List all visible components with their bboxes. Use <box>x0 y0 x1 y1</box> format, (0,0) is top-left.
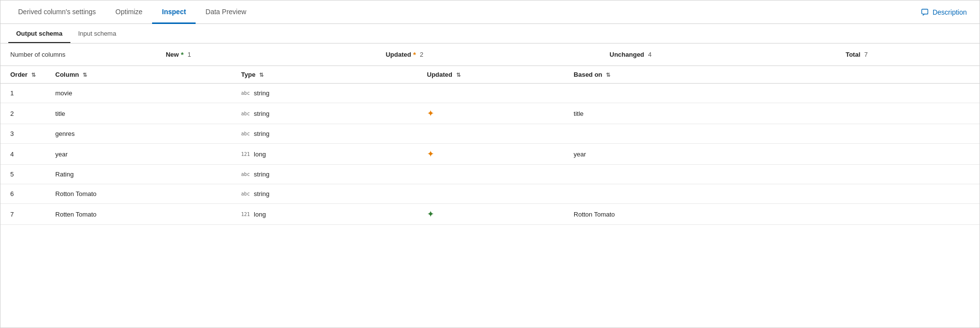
cell-type: 121long <box>231 204 417 225</box>
new-asterisk: * <box>181 50 184 59</box>
cell-basedon <box>564 184 980 204</box>
cell-column: title <box>45 103 231 124</box>
tab-inspect[interactable]: Inspect <box>152 1 196 24</box>
cell-type: abcstring <box>231 184 417 204</box>
cell-basedon <box>564 84 980 103</box>
cell-basedon <box>564 165 980 184</box>
cell-updated <box>417 84 564 103</box>
header-updated[interactable]: Updated ⇅ <box>417 66 564 84</box>
sub-tab-bar: Output schema Input schema <box>0 24 980 44</box>
cell-column: Rating <box>45 165 231 184</box>
schema-table: Order ⇅ Column ⇅ Type ⇅ Updated ⇅ <box>0 66 980 225</box>
type-text: string <box>254 171 269 178</box>
svg-rect-0 <box>922 9 928 14</box>
updated-count: 2 <box>420 51 423 58</box>
table-container: Order ⇅ Column ⇅ Type ⇅ Updated ⇅ <box>0 66 980 328</box>
cell-basedon: Rotton Tomato <box>564 204 980 225</box>
cell-updated: ✦ <box>417 144 564 165</box>
cell-order: 6 <box>0 184 45 204</box>
tab-optimize[interactable]: Optimize <box>106 1 152 24</box>
cell-order: 5 <box>0 165 45 184</box>
tab-data-preview[interactable]: Data Preview <box>196 1 256 24</box>
table-row: 4year121long✦year <box>0 144 980 165</box>
summary-stat-total: Total 7 <box>744 51 970 58</box>
header-basedon[interactable]: Based on ⇅ <box>564 66 980 84</box>
app-container: Derived column's settings Optimize Inspe… <box>0 0 980 328</box>
type-text: string <box>254 190 269 197</box>
cell-order: 4 <box>0 144 45 165</box>
tab-derived-settings[interactable]: Derived column's settings <box>8 1 106 24</box>
cell-column: Rotten Tomato <box>45 204 231 225</box>
summary-label: Number of columns <box>10 51 66 58</box>
sub-tab-output-schema[interactable]: Output schema <box>8 25 70 43</box>
unchanged-label: Unchanged <box>610 51 645 58</box>
type-badge: 121 <box>241 212 250 217</box>
type-text: string <box>254 130 269 137</box>
type-badge: abc <box>241 90 250 96</box>
total-label: Total <box>846 51 860 58</box>
cell-updated: ✦ <box>417 103 564 124</box>
total-count: 7 <box>864 51 868 58</box>
new-label: New <box>166 51 179 58</box>
summary-stat-updated: Updated * 2 <box>291 50 517 59</box>
updated-star-green: ✦ <box>427 209 434 219</box>
sort-icon-order: ⇅ <box>31 72 36 78</box>
updated-asterisk: * <box>413 50 416 59</box>
type-badge: abc <box>241 131 250 136</box>
cell-updated <box>417 184 564 204</box>
description-label: Description <box>933 8 967 16</box>
cell-basedon <box>564 124 980 144</box>
cell-type: abcstring <box>231 103 417 124</box>
cell-order: 3 <box>0 124 45 144</box>
table-row: 7Rotten Tomato121long✦Rotton Tomato <box>0 204 980 225</box>
table-row: 6Rotton Tomatoabcstring <box>0 184 980 204</box>
cell-order: 1 <box>0 84 45 103</box>
type-text: string <box>254 89 269 97</box>
updated-star-orange: ✦ <box>427 109 434 118</box>
description-button[interactable]: Description <box>916 5 972 20</box>
type-badge: 121 <box>241 152 250 157</box>
cell-column: genres <box>45 124 231 144</box>
updated-star-orange: ✦ <box>427 149 434 159</box>
cell-updated: ✦ <box>417 204 564 225</box>
cell-basedon: year <box>564 144 980 165</box>
sort-icon-basedon: ⇅ <box>606 72 610 78</box>
sort-icon-column: ⇅ <box>83 72 87 78</box>
header-type[interactable]: Type ⇅ <box>231 66 417 84</box>
cell-type: abcstring <box>231 84 417 103</box>
type-text: string <box>254 110 269 117</box>
sub-tab-input-schema[interactable]: Input schema <box>70 25 124 43</box>
chat-icon <box>921 8 930 17</box>
summary-row: Number of columns New * 1 Updated * 2 Un… <box>0 44 980 66</box>
header-order[interactable]: Order ⇅ <box>0 66 45 84</box>
type-text: long <box>254 151 266 158</box>
top-tab-bar: Derived column's settings Optimize Inspe… <box>0 0 980 24</box>
sort-icon-type: ⇅ <box>259 72 264 78</box>
cell-column: movie <box>45 84 231 103</box>
table-row: 5Ratingabcstring <box>0 165 980 184</box>
cell-basedon: title <box>564 103 980 124</box>
cell-order: 7 <box>0 204 45 225</box>
updated-label: Updated <box>386 51 411 58</box>
cell-type: abcstring <box>231 165 417 184</box>
type-text: long <box>254 211 266 218</box>
unchanged-count: 4 <box>648 51 651 58</box>
sort-icon-updated: ⇅ <box>456 72 461 78</box>
header-column[interactable]: Column ⇅ <box>45 66 231 84</box>
table-row: 3genresabcstring <box>0 124 980 144</box>
cell-column: Rotton Tomato <box>45 184 231 204</box>
summary-stat-unchanged: Unchanged 4 <box>517 51 743 58</box>
cell-type: abcstring <box>231 124 417 144</box>
summary-stat-new: New * 1 <box>66 50 291 59</box>
cell-order: 2 <box>0 103 45 124</box>
table-row: 2titleabcstring✦title <box>0 103 980 124</box>
cell-column: year <box>45 144 231 165</box>
cell-type: 121long <box>231 144 417 165</box>
type-badge: abc <box>241 111 250 116</box>
type-badge: abc <box>241 172 250 177</box>
cell-updated <box>417 124 564 144</box>
type-badge: abc <box>241 191 250 197</box>
cell-updated <box>417 165 564 184</box>
table-row: 1movieabcstring <box>0 84 980 103</box>
new-count: 1 <box>188 51 191 58</box>
